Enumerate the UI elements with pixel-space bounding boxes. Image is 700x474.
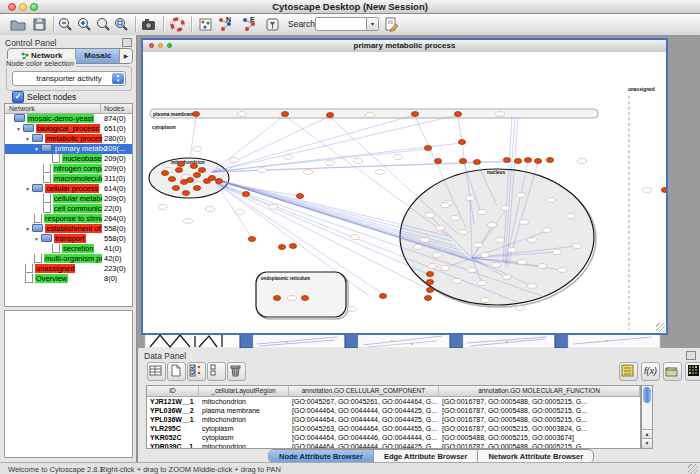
help-icon[interactable] — [169, 16, 186, 33]
unselected-node — [193, 147, 202, 152]
attribute-editor-icon[interactable] — [383, 16, 400, 33]
network-canvas[interactable]: plasma membranecytoplasmnucleusmitochond… — [143, 52, 666, 333]
unselected-node — [578, 159, 587, 164]
tree-row[interactable]: unassigned223(0) — [5, 264, 132, 274]
column-layout-region: _cellularLayoutRegion — [199, 386, 289, 396]
import-attributes-icon[interactable] — [663, 362, 682, 381]
dropdown-stepper-icon[interactable]: ▲▼ — [112, 73, 124, 84]
tree-row[interactable]: ▼metabolic process280(0) — [5, 134, 132, 144]
vizmapper-icon[interactable]: N — [217, 16, 234, 33]
unselected-node — [488, 223, 497, 228]
save-icon[interactable] — [31, 16, 48, 33]
tree-row-node-count: 209(0) — [102, 194, 132, 204]
tree-row-node-count: 223(0) — [102, 264, 132, 274]
table-row[interactable]: YJR121W__1mitochondrion[GO:0045267, GO:0… — [147, 397, 640, 406]
table-scrollbar[interactable]: ▲ ▼ — [641, 385, 653, 449]
tree-row[interactable]: secretion41(0) — [5, 244, 132, 254]
zoom-fit-icon[interactable] — [95, 16, 112, 33]
folder-icon — [41, 234, 52, 242]
table-cell: [GO:0016787, GO:0005488, GO:0005215, G..… — [439, 415, 640, 424]
highlighted-node — [193, 173, 200, 178]
color-attribute-dropdown[interactable]: transporter activity ▲▼ — [12, 71, 126, 86]
tree-row[interactable]: multi-organism pro42(0) — [5, 254, 132, 264]
folder-icon — [32, 224, 43, 232]
collapse-arrow-icon[interactable]: ▼ — [16, 124, 23, 134]
float-panel-icon[interactable] — [122, 38, 132, 47]
file-icon — [43, 204, 51, 213]
tree-row[interactable]: cellular metabol209(0) — [5, 194, 132, 204]
snapshot-icon[interactable] — [140, 16, 157, 33]
network-view-window[interactable]: primary metabolic process plasma membran… — [141, 38, 668, 335]
attribute-notes-icon[interactable] — [619, 362, 638, 381]
tree-row-node-count: 264(0) — [102, 214, 132, 224]
folder-icon — [32, 184, 43, 192]
tree-row[interactable]: cell communicat22(0) — [5, 204, 132, 214]
tree-row[interactable]: nitrogen compo209(0) — [5, 164, 132, 174]
table-row[interactable]: YPL036W__2plasma membrane[GO:0044464, GO… — [147, 406, 640, 415]
tree-row[interactable]: ▼primary metabo209(... — [5, 144, 132, 154]
new-attribute-icon[interactable] — [167, 362, 186, 381]
collapse-arrow-icon[interactable]: ▼ — [34, 144, 41, 154]
tree-row[interactable]: ▼transport558(0) — [5, 234, 132, 244]
attribute-table-icon[interactable] — [147, 362, 166, 381]
delete-attribute-icon[interactable] — [227, 362, 246, 381]
tree-row[interactable]: mosaic-demo-yeast874(0) — [5, 114, 132, 124]
zoom-selected-icon[interactable] — [113, 16, 130, 33]
unselected-node — [520, 220, 529, 225]
table-row[interactable]: YPL036W__1mitochondrion[GO:0044464, GO:0… — [147, 415, 640, 424]
collapse-arrow-icon[interactable]: ▼ — [34, 234, 41, 244]
zoom-in-icon[interactable] — [76, 16, 93, 33]
tree-row[interactable]: ▼cellular process614(0) — [5, 184, 132, 194]
more-tabs-button[interactable]: ▶ — [120, 49, 132, 63]
highlighted-node — [326, 113, 333, 118]
attribute-table-header[interactable]: ID _cellularLayoutRegion annotation.GO C… — [147, 386, 640, 397]
app-resize-grip[interactable] — [688, 464, 698, 474]
float-panel-icon[interactable] — [686, 351, 696, 360]
tree-row-node-count: 874(0) — [102, 114, 132, 124]
filter-icon[interactable] — [264, 16, 281, 33]
tree-row[interactable]: ▼biological_process651(0) — [5, 124, 132, 134]
annotation-icon[interactable] — [197, 16, 214, 33]
app-titlebar: Cytoscape Desktop (New Session) — [0, 0, 700, 14]
formula-builder-icon[interactable]: f(x) — [641, 362, 660, 381]
table-row[interactable]: YDR039C__1mitochondrion[GO:0044464, GO:0… — [147, 442, 640, 449]
unselect-attributes-icon[interactable] — [207, 362, 226, 381]
scrollbar-thumb[interactable] — [643, 387, 651, 403]
heatmap-icon[interactable] — [685, 362, 700, 381]
app-title: Cytoscape Desktop (New Session) — [0, 1, 700, 12]
unselected-node — [501, 206, 510, 211]
table-cell: [GO:0044464, GO:0044444, GO:0044425, G..… — [289, 442, 439, 449]
birdseye-view-panel[interactable] — [4, 310, 133, 458]
unselected-node — [394, 155, 403, 160]
scroll-down-icon[interactable]: ▼ — [642, 438, 652, 448]
background-windows-strip[interactable] — [137, 333, 700, 348]
select-nodes-checkbox[interactable]: ✓ — [12, 91, 24, 103]
highlighted-node — [278, 245, 285, 250]
tree-row[interactable]: macromolecule311(0) — [5, 174, 132, 184]
network-tree-header[interactable]: Network Nodes — [5, 104, 132, 114]
open-file-icon[interactable] — [9, 16, 26, 33]
tab-mosaic[interactable]: Mosaic — [76, 49, 120, 63]
collapse-arrow-icon[interactable]: ▼ — [25, 184, 32, 194]
unselected-node — [451, 216, 460, 221]
unselected-node — [354, 159, 363, 164]
search-input[interactable]: ▾ — [315, 17, 379, 31]
tree-row[interactable]: response to stimulu264(0) — [5, 214, 132, 224]
tree-row[interactable]: nucleobase-209(0) — [5, 154, 132, 164]
table-row[interactable]: YLR295Ccytoplasm[GO:0045263, GO:0044464,… — [147, 424, 640, 433]
highlighted-node — [273, 296, 280, 301]
zoom-out-icon[interactable] — [57, 16, 74, 33]
select-attributes-icon[interactable] — [187, 362, 206, 381]
table-row[interactable]: YKR052Ccytoplasm[GO:0044464, GO:0044446,… — [147, 433, 640, 442]
window-resize-grip[interactable] — [656, 323, 665, 332]
tree-row[interactable]: Overview8(0) — [5, 274, 132, 284]
tree-row[interactable]: ▼establishment of lo558(0) — [5, 224, 132, 234]
attribute-table[interactable]: ID _cellularLayoutRegion annotation.GO C… — [146, 385, 641, 449]
table-cell: YJR121W__1 — [147, 397, 199, 406]
edge-vizmapper-icon[interactable]: E — [241, 16, 258, 33]
collapse-arrow-icon[interactable]: ▼ — [25, 134, 32, 144]
search-dropdown-button[interactable]: ▾ — [366, 18, 378, 30]
collapse-arrow-icon[interactable]: ▼ — [25, 224, 32, 234]
search-label: Search: — [288, 19, 317, 29]
network-desktop: primary metabolic process plasma membran… — [137, 35, 700, 348]
